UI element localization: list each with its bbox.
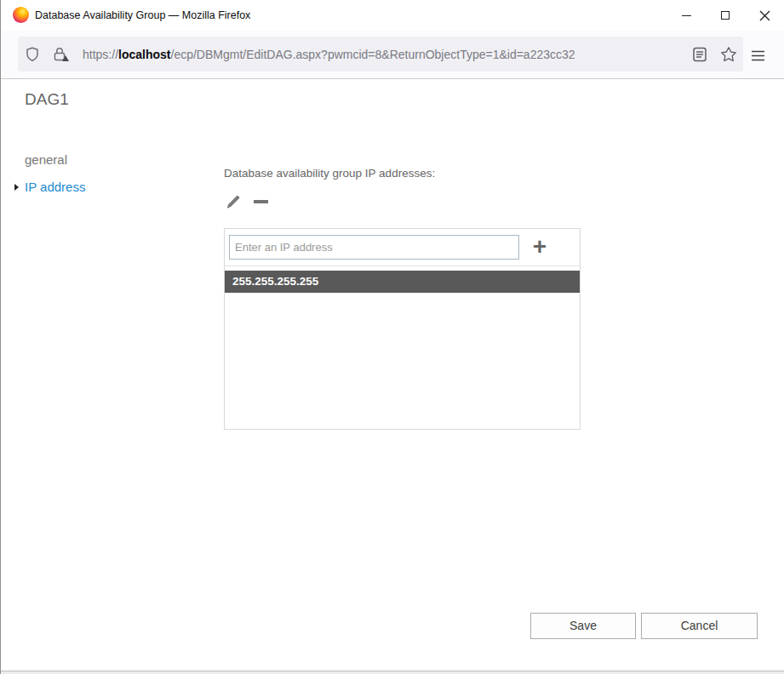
lock-warning-icon	[52, 46, 71, 63]
sidebar-item-ip-address[interactable]: IP address	[14, 180, 85, 194]
sidebar-item-label: IP address	[25, 180, 85, 194]
save-button[interactable]: Save	[530, 613, 636, 639]
window-title: Database Availability Group — Mozilla Fi…	[35, 0, 250, 31]
pencil-icon	[225, 193, 242, 210]
close-icon	[759, 10, 770, 21]
page-title: DAG1	[25, 90, 69, 109]
window-bottom-edge	[1, 671, 784, 674]
hamburger-menu-icon	[751, 50, 765, 61]
add-ip-button[interactable]: +	[525, 229, 554, 266]
reader-view-icon	[693, 47, 707, 62]
selected-arrow-icon	[14, 184, 19, 191]
url-scheme: https://	[83, 48, 118, 61]
remove-ip-button[interactable]	[251, 192, 270, 211]
close-button[interactable]	[745, 0, 784, 31]
sidebar-item-general[interactable]: general	[25, 152, 67, 167]
shield-icon	[24, 46, 41, 63]
window-titlebar: Database Availability Group — Mozilla Fi…	[1, 0, 784, 31]
window-controls	[667, 0, 784, 31]
edit-ip-button[interactable]	[224, 192, 243, 211]
ip-list-item-selected[interactable]: 255.255.255.255	[225, 271, 580, 293]
firefox-logo-icon	[13, 7, 29, 23]
ecp-edit-dag-page: DAG1 general IP address Database availab…	[1, 80, 784, 671]
site-security-button[interactable]	[47, 37, 76, 71]
url-bar[interactable]: https://localhost/ecp/DBMgmt/EditDAG.asp…	[18, 37, 743, 71]
ip-list-toolbar	[224, 191, 278, 212]
url-text: https://localhost/ecp/DBMgmt/EditDAG.asp…	[83, 48, 685, 61]
url-path: /ecp/DBMgmt/EditDAG.aspx?pwmcid=8&Return…	[171, 48, 575, 61]
browser-navbar: https://localhost/ecp/DBMgmt/EditDAG.asp…	[1, 31, 784, 79]
reader-view-button[interactable]	[685, 37, 714, 71]
maximize-icon	[721, 11, 730, 20]
ip-address-list: 255.255.255.255	[225, 266, 580, 293]
bookmark-button[interactable]	[714, 37, 743, 71]
ip-address-panel: + 255.255.255.255	[224, 228, 581, 430]
minus-icon	[254, 200, 268, 203]
urlbar-actions	[685, 37, 743, 71]
plus-icon: +	[533, 233, 547, 260]
minimize-button[interactable]	[667, 0, 706, 31]
minimize-icon	[682, 15, 691, 16]
star-icon	[720, 46, 737, 63]
browser-window: Database Availability Group — Mozilla Fi…	[0, 0, 784, 674]
app-menu-button[interactable]	[741, 43, 774, 68]
url-host: localhost	[118, 48, 170, 61]
ip-addresses-label: Database availability group IP addresses…	[224, 167, 435, 180]
ip-address-input[interactable]	[229, 235, 519, 260]
ip-entry-header: +	[225, 229, 580, 266]
tracking-protection-button[interactable]	[18, 37, 47, 71]
cancel-button[interactable]: Cancel	[641, 613, 758, 639]
maximize-button[interactable]	[706, 0, 745, 31]
